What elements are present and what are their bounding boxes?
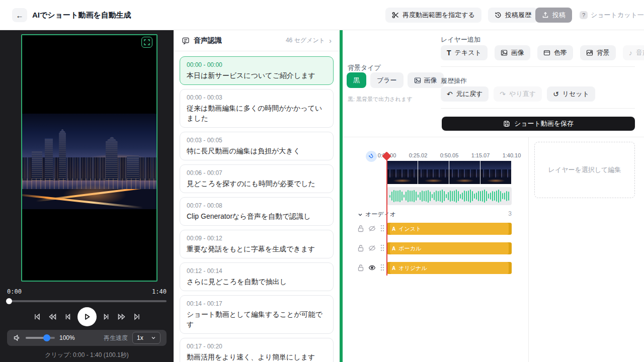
top-bar: ← AIでショート動画を自動生成 再度動画範囲を指定する 投稿履歴 [0,0,644,30]
transcript-header[interactable]: 音声認識 46 セグメント › [174,30,340,51]
audio-waveform[interactable] [387,187,512,205]
transport-controls [0,307,174,327]
video-panel: 0:00 1:40 [0,30,174,362]
audio-track-bar[interactable]: A オリジナル [387,262,512,274]
transcript-segment[interactable]: 00:14 - 00:17 ショート動画として編集することが可能です [180,295,334,334]
expand-icon[interactable] [141,37,152,48]
skip-start-button[interactable] [33,312,42,321]
transcript-segment[interactable]: 00:03 - 00:05 特に長尺動画の編集は負担が大きく [180,132,334,160]
layer-add-buttons: T テキスト 画像 色帯 [441,45,644,60]
volume-percent: 100% [59,334,75,341]
skip-end-button[interactable] [132,312,141,321]
color-band-icon [543,49,550,56]
panel-divider[interactable] [340,30,343,362]
chevron-down-icon [358,212,363,217]
save-short-video-button[interactable]: ショート動画を保存 [442,117,635,131]
speed-select[interactable]: 1x [132,332,160,344]
back-button[interactable]: ← [12,8,27,22]
play-button[interactable] [77,307,97,326]
eye-off-icon[interactable] [368,244,376,252]
background-type-caption: 黒: 黒背景で出力されます [348,96,412,103]
redo-button[interactable]: ↷ やり直す [494,86,542,102]
duration: 1:40 [152,288,167,295]
reset-button[interactable]: ↺ リセット [547,86,595,102]
scissors-icon [392,12,399,19]
post-history-button[interactable]: 投稿履歴 [488,8,538,23]
lock-icon[interactable] [357,225,364,232]
segment-count: 46 セグメント [286,36,325,45]
drag-handle-icon[interactable] [380,244,385,252]
bg-type-blur-chip[interactable]: ブラー [370,72,404,88]
upload-icon [542,12,549,19]
save-icon [503,120,510,127]
fast-forward-icon[interactable] [117,312,127,321]
add-text-button[interactable]: T テキスト [441,45,488,60]
post-button[interactable]: 投稿 [535,8,572,23]
transcript-segment[interactable]: 00:06 - 00:07 見どころを探すのにも時間が必要でした [180,164,334,193]
chevron-right-icon: › [329,36,332,45]
history-buttons: ↶ 元に戻す ↷ やり直す ↺ リセット [441,86,595,102]
add-background-button[interactable]: 背景 [580,45,616,60]
lock-icon[interactable] [357,264,364,272]
timeline-tick: 0:50.05 [437,152,461,158]
drag-handle-icon[interactable] [380,224,385,232]
transcript-panel: 音声認識 46 セグメント › 00:00 - 00:00 本日は新サービスにつ… [174,30,340,362]
transcript-segment[interactable]: 00:00 - 00:00 本日は新サービスについてご紹介します [180,56,334,85]
seek-thumb[interactable] [6,298,12,304]
transcript-segment[interactable]: 00:07 - 00:08 Clip Generatorなら音声を自動で認識し [180,197,334,226]
seek-bar[interactable] [7,300,167,302]
drag-handle-icon[interactable] [380,263,385,272]
chevron-down-icon [151,335,156,340]
speed-label: 再生速度 [104,334,128,342]
frame-forward-button[interactable] [102,312,111,321]
playhead-line[interactable] [386,154,387,276]
audio-group-toggle[interactable]: オーディオ [358,210,396,219]
audio-track-bar[interactable]: A インスト [387,223,512,235]
rewind-icon[interactable] [47,312,57,321]
background-type-label: 背景タイプ [348,63,381,72]
timeline-tick: 0:25.02 [406,152,430,158]
respecify-range-button[interactable]: 再度動画範囲を指定する [385,8,481,23]
transcript-segment[interactable]: 00:00 - 00:03 従来は動画編集に多くの時間がかかっていました [180,89,334,128]
transcript-segment[interactable]: 00:12 - 00:14 さらに見どころを自動で抽出し [180,262,334,291]
audio-track-bar[interactable]: A ボーカル [387,242,512,254]
music-note-icon: ♪ [629,49,632,56]
image-icon [414,77,421,84]
volume-bar: 100% 再生速度 1x [7,330,167,346]
transcript-segment[interactable]: 00:09 - 00:12 重要な発話をもとに字幕を生成できます [180,230,334,258]
video-track-thumbnails[interactable] [387,161,512,184]
history-ops-label: 履歴操作 [441,76,467,85]
timeline-tick: 1:15.07 [468,152,493,158]
question-icon: ? [580,11,588,19]
video-preview-image [22,114,156,209]
undo-button[interactable]: ↶ 元に戻す [441,86,489,102]
clip-info: クリップ: 0:00 - 1:40 (100.1秒) [0,351,174,359]
history-clock-icon [495,12,502,19]
video-frame[interactable] [21,34,157,282]
volume-slider[interactable] [26,337,55,339]
speaker-icon[interactable] [13,334,21,342]
timeline-tick: 1:40.10 [500,152,524,158]
current-time: 0:00 [7,288,22,295]
layer-editor-placeholder: レイヤーを選択して編集 [534,142,635,198]
lock-icon[interactable] [357,244,364,252]
audio-track-count: 3 [505,210,512,217]
bg-type-image-chip[interactable]: 画像 [408,72,444,88]
transcript-segment[interactable]: 00:17 - 00:20 動画活用をより速く、より簡単にします [180,338,334,362]
speech-recognition-icon [182,37,190,45]
eye-icon[interactable] [368,264,376,272]
volume-thumb[interactable] [43,334,50,341]
layer-add-label: レイヤー追加 [441,35,480,44]
add-audio-button[interactable]: ♪ 音声 [623,45,644,60]
back-arrow-icon: ← [16,11,24,20]
frame-back-button[interactable] [63,312,72,321]
redo-icon: ↷ [500,90,506,98]
eye-off-icon[interactable] [368,225,376,232]
transcript-title: 音声認識 [194,36,222,45]
app-root: ← AIでショート動画を自動生成 再度動画範囲を指定する 投稿履歴 [0,0,644,362]
audio-track-row: A オリジナル [343,262,527,274]
add-band-button[interactable]: 色帯 [537,45,573,60]
bg-type-black-chip[interactable]: 黒 [347,72,366,88]
add-image-button[interactable]: 画像 [495,45,530,60]
shortcut-list-link[interactable]: ? ショートカット一覧 [578,8,644,23]
